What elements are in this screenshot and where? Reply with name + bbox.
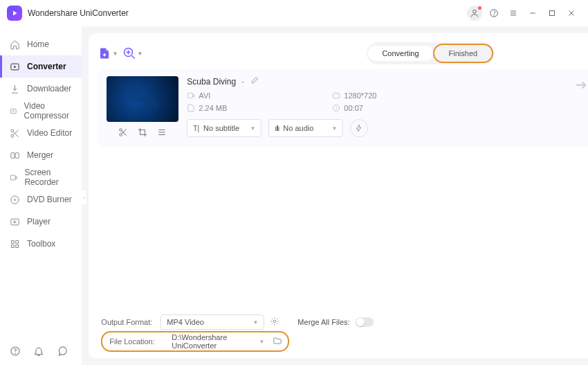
svg-point-27	[120, 129, 122, 132]
subtitle-select[interactable]: T| No subtitle ▼	[187, 119, 261, 137]
audio-label: No audio	[283, 124, 313, 132]
svg-rect-16	[10, 175, 15, 180]
svg-rect-15	[15, 152, 19, 158]
app-title: Wondershare UniConverter	[28, 8, 129, 18]
video-icon	[187, 91, 195, 100]
file-icon	[187, 104, 195, 112]
svg-point-17	[11, 195, 19, 203]
svg-rect-19	[11, 219, 19, 225]
format-settings-icon[interactable]	[270, 317, 279, 328]
svg-rect-33	[333, 94, 340, 98]
feedback-icon[interactable]	[57, 346, 69, 358]
svg-point-18	[14, 199, 16, 201]
svg-rect-23	[16, 244, 19, 247]
arrow-icon: ➔	[576, 76, 587, 140]
scissors-icon	[10, 128, 20, 139]
sidebar-item-label: Screen Recorder	[24, 168, 72, 187]
sidebar-item-home[interactable]: Home	[0, 33, 82, 55]
sidebar-item-label: DVD Burner	[27, 195, 72, 204]
merge-toggle[interactable]	[356, 317, 374, 327]
open-folder-icon[interactable]	[273, 336, 282, 347]
help-icon[interactable]	[10, 346, 22, 358]
sidebar-item-editor[interactable]: Video Editor	[0, 122, 82, 144]
app-logo	[7, 6, 22, 21]
file-card: Scuba Diving - AVI 2.24 MB 1280*720	[98, 69, 588, 147]
add-file-button[interactable]: ▼	[98, 44, 118, 63]
sidebar-item-label: Toolbox	[27, 239, 55, 249]
sidebar-item-label: Downloader	[27, 84, 71, 94]
minimize-icon[interactable]	[523, 3, 542, 23]
svg-point-12	[11, 129, 14, 132]
sidebar-item-label: Converter	[27, 62, 66, 71]
sidebar-collapse-handle[interactable]: ‹	[82, 189, 87, 206]
sidebar-item-toolbox[interactable]: Toolbox	[0, 233, 82, 255]
svg-point-13	[11, 134, 14, 137]
sidebar-item-converter[interactable]: Converter	[0, 55, 82, 78]
tab-segment: Converting Finished	[367, 42, 495, 64]
file-name: Scuba Diving	[187, 77, 236, 87]
svg-point-1	[490, 10, 498, 17]
svg-rect-14	[11, 152, 15, 158]
sidebar-item-label: Video Compressor	[24, 101, 73, 121]
sidebar-item-dvd[interactable]: DVD Burner	[0, 188, 82, 211]
svg-point-28	[120, 134, 122, 136]
file-location-select[interactable]: D:\Wondershare UniConverter ▼	[166, 334, 270, 349]
file-location-label: File Location:	[109, 337, 163, 346]
toolbox-icon	[10, 239, 20, 249]
sidebar-item-player[interactable]: Player	[0, 211, 82, 233]
close-icon[interactable]	[562, 3, 581, 23]
file-location-value: D:\Wondershare UniConverter	[172, 333, 259, 350]
sidebar-item-label: Player	[27, 217, 50, 226]
merger-icon	[10, 150, 20, 161]
output-format-label: Output Format:	[101, 318, 155, 326]
edit-name-icon[interactable]	[250, 76, 259, 87]
crop-icon[interactable]	[138, 127, 147, 140]
sidebar-item-label: Home	[27, 39, 49, 49]
chevron-down-icon: ▼	[137, 51, 143, 57]
converter-icon	[10, 62, 20, 72]
clock-icon	[332, 104, 340, 112]
recorder-icon	[10, 172, 17, 183]
add-url-button[interactable]: ▼	[123, 44, 143, 63]
trim-icon[interactable]	[118, 127, 128, 140]
svg-rect-22	[12, 244, 15, 247]
sidebar-item-compressor[interactable]: Video Compressor	[0, 100, 82, 122]
svg-rect-32	[188, 94, 193, 98]
svg-point-2	[494, 15, 495, 16]
output-format-select[interactable]: MP4 Video ▼	[160, 314, 264, 330]
src-format: AVI	[199, 91, 210, 100]
svg-rect-21	[16, 240, 19, 243]
account-icon[interactable]	[465, 3, 484, 23]
support-icon[interactable]	[484, 3, 504, 23]
sidebar-item-merger[interactable]: Merger	[0, 144, 82, 166]
speed-icon[interactable]	[350, 119, 368, 137]
tab-converting[interactable]: Converting	[368, 46, 432, 61]
resolution-icon	[332, 91, 340, 100]
svg-rect-20	[12, 240, 15, 243]
chevron-down-icon: ▼	[112, 51, 118, 57]
svg-point-41	[274, 320, 277, 323]
download-icon	[10, 84, 20, 94]
maximize-icon[interactable]	[542, 3, 562, 23]
svg-rect-7	[550, 11, 555, 16]
src-size: 2.24 MB	[199, 104, 227, 112]
subtitle-label: No subtitle	[203, 124, 239, 132]
menu-icon[interactable]	[504, 3, 523, 23]
merge-label: Merge All Files:	[297, 318, 349, 326]
src-res: 1280*720	[344, 91, 376, 100]
sidebar-item-label: Video Editor	[27, 128, 72, 138]
video-thumbnail[interactable]	[107, 76, 178, 122]
sidebar-item-recorder[interactable]: Screen Recorder	[0, 166, 82, 188]
sidebar-item-label: Merger	[27, 150, 53, 160]
compressor-icon	[10, 106, 17, 116]
src-dur: 00:07	[344, 104, 363, 112]
audio-select[interactable]: ıllı No audio ▼	[268, 119, 343, 137]
notifications-icon[interactable]	[33, 346, 46, 358]
sidebar-item-downloader[interactable]: Downloader	[0, 78, 82, 100]
svg-point-0	[473, 10, 477, 13]
output-format-value: MP4 Video	[167, 318, 204, 326]
tab-finished[interactable]: Finished	[435, 46, 492, 61]
svg-point-25	[15, 353, 16, 354]
effects-icon[interactable]	[157, 127, 167, 140]
dvd-icon	[10, 195, 20, 205]
